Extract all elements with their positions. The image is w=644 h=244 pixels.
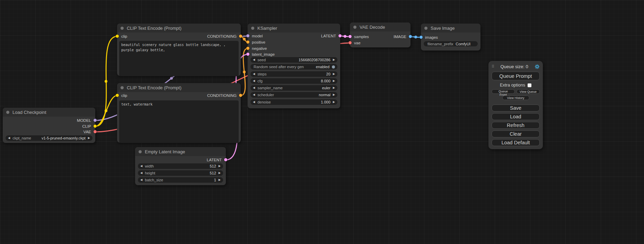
output-slot-conditioning: CONDITIONING <box>117 34 241 39</box>
wire-midpoint-dot <box>105 80 107 83</box>
widget-value: v1-5-pruned-emaonly.ckpt <box>42 136 86 140</box>
latent-input-port-icon[interactable] <box>246 53 249 56</box>
view-history-button[interactable]: View History <box>502 96 529 100</box>
decrement-arrow-icon[interactable]: ◀ <box>253 99 255 105</box>
increment-arrow-icon[interactable]: ▶ <box>219 170 221 176</box>
widget-seed[interactable]: ◀ seed 156680208700286 ▶ <box>250 57 337 63</box>
input-label-negative: negative <box>252 46 267 51</box>
latent-output-port-icon[interactable] <box>338 34 342 37</box>
collapse-toggle-icon[interactable] <box>121 27 124 30</box>
increment-arrow-icon[interactable]: ▶ <box>219 163 221 169</box>
widget-width[interactable]: ◀ width 512 ▶ <box>138 163 223 169</box>
collapse-toggle-icon[interactable] <box>6 111 9 114</box>
load-default-button[interactable]: Load Default <box>492 139 540 146</box>
extra-options-checkbox[interactable] <box>528 83 531 87</box>
widget-height[interactable]: ◀ height 512 ▶ <box>138 170 223 176</box>
prev-value-arrow-icon[interactable]: ◀ <box>8 135 10 141</box>
queue-front-button[interactable]: Queue Front <box>492 89 515 94</box>
increment-arrow-icon[interactable]: ▶ <box>333 99 335 105</box>
increment-arrow-icon[interactable]: ▶ <box>333 57 335 63</box>
decrement-arrow-icon[interactable]: ◀ <box>140 177 142 183</box>
node-graph-canvas[interactable]: Load Checkpoint MODEL CLIP VAE ◀ ckpt_na… <box>0 0 644 244</box>
node-empty-latent-image[interactable]: Empty Latent Image LATENT ◀ width 512 ▶ … <box>135 147 226 185</box>
collapse-toggle-icon[interactable] <box>353 26 356 29</box>
conditioning-output-port-icon[interactable] <box>239 35 242 38</box>
negative-input-port-icon[interactable] <box>246 47 249 50</box>
queue-prompt-button[interactable]: Queue Prompt <box>492 72 540 80</box>
node-title: KSampler <box>257 26 277 31</box>
drag-handle-icon[interactable]: ⠿ <box>492 64 494 69</box>
widget-value: 512 <box>210 171 216 175</box>
input-label-latent-image: latent_image <box>252 52 275 57</box>
collapse-toggle-icon[interactable] <box>251 27 254 30</box>
node-clip-text-encode-1[interactable]: CLIP Text Encode (Prompt) clip CONDITION… <box>117 24 241 76</box>
widget-value: 8.000 <box>321 79 330 83</box>
collapse-toggle-icon[interactable] <box>424 27 427 30</box>
settings-gear-icon[interactable] <box>535 64 540 69</box>
clip-output-port-icon[interactable] <box>94 125 97 128</box>
decrement-arrow-icon[interactable]: ◀ <box>253 57 255 63</box>
widget-value: euler <box>322 86 330 90</box>
widget-filename-prefix[interactable]: filename_prefix ComfyUI <box>424 41 478 46</box>
decrement-arrow-icon[interactable]: ◀ <box>253 78 255 84</box>
view-queue-button[interactable]: View Queue <box>517 89 540 94</box>
positive-input-port-icon[interactable] <box>246 40 249 44</box>
widget-batch-size[interactable]: ◀ batch_size 1 ▶ <box>138 177 223 183</box>
wire-midpoint-dot <box>105 109 107 112</box>
output-label-latent: LATENT <box>321 34 336 38</box>
refresh-button[interactable]: Refresh <box>492 122 540 129</box>
decrement-arrow-icon[interactable]: ◀ <box>140 163 142 169</box>
prev-value-arrow-icon[interactable]: ◀ <box>253 85 255 91</box>
increment-arrow-icon[interactable]: ▶ <box>333 71 335 77</box>
next-value-arrow-icon[interactable]: ▶ <box>88 135 90 141</box>
decrement-arrow-icon[interactable]: ◀ <box>140 170 142 176</box>
save-button[interactable]: Save <box>492 105 540 111</box>
collapse-toggle-icon[interactable] <box>121 86 124 89</box>
model-output-port-icon[interactable] <box>94 119 97 122</box>
positive-prompt-textarea[interactable]: beautiful scenery nature glass bottle la… <box>119 41 239 76</box>
node-ksampler[interactable]: KSampler model positive negative latent_… <box>248 24 340 108</box>
clear-button[interactable]: Clear <box>492 130 540 137</box>
widget-random-seed-toggle[interactable]: Random seed after every gen enabled <box>250 64 337 70</box>
widget-label: width <box>145 164 154 168</box>
next-value-arrow-icon[interactable]: ▶ <box>333 85 335 91</box>
output-label-conditioning: CONDITIONING <box>207 93 237 98</box>
node-clip-text-encode-1-header[interactable]: CLIP Text Encode (Prompt) <box>117 24 241 33</box>
node-save-image[interactable]: Save Image images filename_prefix ComfyU… <box>421 24 480 51</box>
load-button[interactable]: Load <box>492 113 540 120</box>
node-load-checkpoint[interactable]: Load Checkpoint MODEL CLIP VAE ◀ ckpt_na… <box>3 108 95 143</box>
next-value-arrow-icon[interactable]: ▶ <box>333 92 335 98</box>
images-input-port-icon[interactable] <box>420 36 423 39</box>
latent-output-port-icon[interactable] <box>224 158 227 161</box>
widget-cfg[interactable]: ◀ cfg 8.000 ▶ <box>250 78 337 84</box>
increment-arrow-icon[interactable]: ▶ <box>333 78 335 84</box>
prev-value-arrow-icon[interactable]: ◀ <box>253 92 255 98</box>
output-label-conditioning: CONDITIONING <box>207 34 237 39</box>
image-output-port-icon[interactable] <box>409 35 412 38</box>
node-empty-latent-image-header[interactable]: Empty Latent Image <box>135 147 226 156</box>
node-ksampler-header[interactable]: KSampler <box>248 24 340 33</box>
conditioning-output-port-icon[interactable] <box>239 94 242 97</box>
decrement-arrow-icon[interactable]: ◀ <box>253 71 255 77</box>
negative-prompt-textarea[interactable]: text, watermark <box>119 100 239 143</box>
node-title: Load Checkpoint <box>12 110 46 115</box>
increment-arrow-icon[interactable]: ▶ <box>219 177 221 183</box>
node-save-image-header[interactable]: Save Image <box>421 24 480 33</box>
widget-steps[interactable]: ◀ steps 20 ▶ <box>250 71 337 77</box>
vae-output-port-icon[interactable] <box>94 130 97 133</box>
node-load-checkpoint-header[interactable]: Load Checkpoint <box>3 108 95 117</box>
toggle-on-icon[interactable] <box>332 65 335 69</box>
node-vae-decode[interactable]: VAE Decode samples vae IMAGE <box>350 22 411 47</box>
node-clip-text-encode-2[interactable]: CLIP Text Encode (Prompt) clip CONDITION… <box>117 83 241 143</box>
queue-menu-panel: ⠿ Queue size: 0 Queue Prompt Extra optio… <box>488 61 543 149</box>
collapse-toggle-icon[interactable] <box>139 150 142 153</box>
node-clip-text-encode-2-header[interactable]: CLIP Text Encode (Prompt) <box>117 83 241 92</box>
node-vae-decode-header[interactable]: VAE Decode <box>350 22 411 31</box>
widget-label: Random seed after every gen <box>254 65 304 69</box>
widget-ckpt-name[interactable]: ◀ ckpt_name v1-5-pruned-emaonly.ckpt ▶ <box>6 135 92 141</box>
widget-scheduler[interactable]: ◀ scheduler normal ▶ <box>250 92 337 98</box>
vae-input-port-icon[interactable] <box>349 41 352 44</box>
widget-sampler-name[interactable]: ◀ sampler_name euler ▶ <box>250 85 337 91</box>
wire-midpoint-dot <box>170 77 173 80</box>
widget-denoise[interactable]: ◀ denoise 1.000 ▶ <box>250 99 337 105</box>
